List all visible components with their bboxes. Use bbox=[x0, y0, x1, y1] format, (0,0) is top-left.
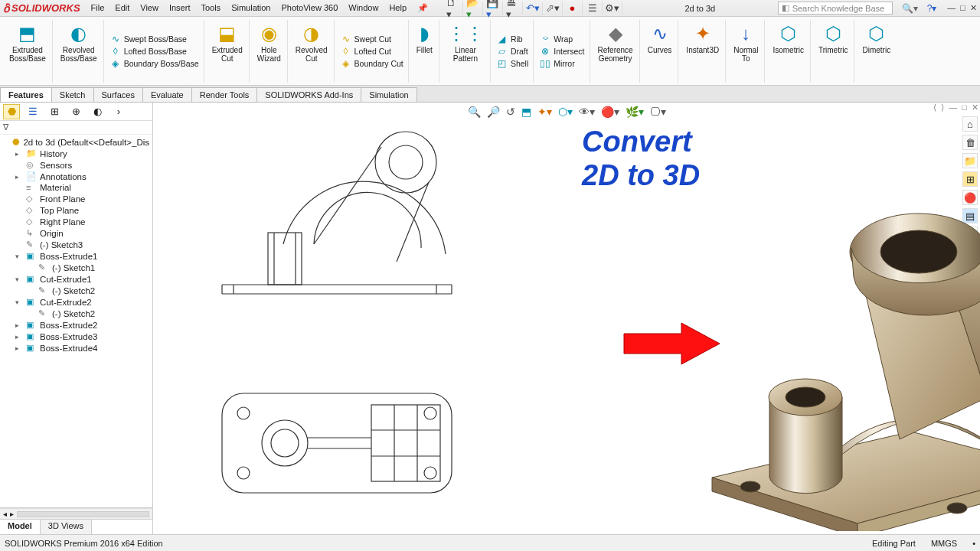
select-icon[interactable]: ⬀▾ bbox=[546, 2, 563, 15]
viewport-icon[interactable]: 🖵▾ bbox=[648, 104, 668, 119]
menu-edit[interactable]: Edit bbox=[110, 2, 134, 15]
display-manager-icon[interactable]: ◐ bbox=[89, 104, 106, 119]
status-more-icon[interactable]: • bbox=[972, 539, 975, 548]
dimxpert-icon[interactable]: ⊕ bbox=[67, 104, 84, 119]
tree-filter[interactable]: ∇ bbox=[0, 121, 152, 135]
scene-icon[interactable]: 🌿▾ bbox=[624, 104, 645, 119]
vp-close-icon[interactable]: ✕ bbox=[972, 103, 978, 112]
tree-node[interactable]: ▸📁History bbox=[0, 148, 152, 159]
zoom-fit-icon[interactable]: 🔍 bbox=[466, 104, 482, 119]
new-doc-icon[interactable]: 🗋▾ bbox=[446, 2, 463, 15]
menu-pin-icon[interactable]: 📌 bbox=[413, 2, 433, 15]
open-icon[interactable]: 📂▾ bbox=[466, 2, 483, 15]
section-view-icon[interactable]: ⬒ bbox=[520, 104, 533, 119]
rib-button[interactable]: ◢Rib bbox=[497, 34, 528, 44]
search-box[interactable]: ◧ Search Knowledge Base bbox=[778, 2, 893, 15]
vp-maximize-icon[interactable]: □ bbox=[962, 103, 967, 112]
tree-hscroll[interactable]: ◂▸ bbox=[0, 508, 152, 519]
minimize-icon[interactable]: — bbox=[947, 3, 956, 13]
prev-view-icon[interactable]: ↺ bbox=[505, 104, 517, 119]
tree-node[interactable]: ✎(-) Sketch3 bbox=[0, 239, 152, 250]
maximize-icon[interactable]: □ bbox=[960, 3, 965, 13]
tree-node[interactable]: ✎(-) Sketch2 bbox=[0, 308, 152, 319]
draft-button[interactable]: ▱Draft bbox=[497, 46, 528, 57]
tree-node[interactable]: ▾▣Boss-Extrude1 bbox=[0, 250, 152, 262]
display-style-icon[interactable]: ⬡▾ bbox=[557, 104, 574, 119]
settings-icon[interactable]: ⚙▾ bbox=[606, 2, 622, 15]
revolved-cut-button[interactable]: ◑Revolved Cut bbox=[294, 21, 329, 64]
swept-cut-button[interactable]: ∿Swept Cut bbox=[341, 34, 403, 44]
tree-node[interactable]: ◇Top Plane bbox=[0, 204, 152, 216]
options-icon[interactable]: ☰ bbox=[586, 2, 603, 15]
rebuild-icon[interactable]: ● bbox=[566, 2, 583, 15]
tree-node[interactable]: ▾▣Cut-Extrude1 bbox=[0, 273, 152, 285]
boundary-boss-button[interactable]: ◈Boundary Boss/Base bbox=[110, 58, 199, 69]
revolved-boss-button[interactable]: ◐Revolved Boss/Base bbox=[59, 21, 99, 64]
extruded-boss-button[interactable]: ⬒Extruded Boss/Base bbox=[8, 21, 47, 64]
tab-addins[interactable]: SOLIDWORKS Add-Ins bbox=[256, 87, 361, 102]
print-icon[interactable]: 🖶▾ bbox=[506, 2, 523, 15]
fillet-button[interactable]: ◗Fillet bbox=[415, 21, 434, 56]
tree-root[interactable]: ⬣2d to 3d (Default<<Default>_Dis bbox=[0, 136, 152, 148]
design-lib-icon[interactable]: 📁 bbox=[962, 153, 978, 168]
undo-icon[interactable]: ↶▾ bbox=[526, 2, 543, 15]
config-manager-icon[interactable]: ⊞ bbox=[46, 104, 63, 119]
normal-to-button[interactable]: ↓Normal To bbox=[732, 21, 760, 64]
file-explorer-icon[interactable]: ⊞ bbox=[962, 171, 978, 187]
tab-render-tools[interactable]: Render Tools bbox=[191, 87, 258, 102]
wrap-button[interactable]: ⌔Wrap bbox=[540, 34, 584, 44]
swept-boss-button[interactable]: ∿Swept Boss/Base bbox=[110, 34, 199, 44]
menu-file[interactable]: File bbox=[87, 2, 109, 15]
dimetric-button[interactable]: ⬡Dimetric bbox=[861, 21, 892, 56]
ref-geometry-button[interactable]: ◆Reference Geometry bbox=[596, 21, 635, 64]
view-orient-icon[interactable]: ✦▾ bbox=[536, 104, 554, 119]
vp-next-icon[interactable]: ⟩ bbox=[941, 103, 944, 112]
tree-node[interactable]: ▾▣Cut-Extrude2 bbox=[0, 296, 152, 308]
curves-button[interactable]: ∿Curves bbox=[646, 21, 674, 56]
tree-node[interactable]: ≡Material bbox=[0, 182, 152, 193]
feature-manager-icon[interactable]: ⬣ bbox=[3, 104, 20, 119]
tab-3dviews[interactable]: 3D Views bbox=[41, 520, 92, 534]
tree-node[interactable]: ▸📄Annotations bbox=[0, 171, 152, 182]
tab-evaluate[interactable]: Evaluate bbox=[142, 87, 192, 102]
intersect-button[interactable]: ⊗Intersect bbox=[540, 46, 584, 57]
extruded-cut-button[interactable]: ⬓Extruded Cut bbox=[211, 21, 244, 64]
status-units[interactable]: MMGS bbox=[931, 539, 957, 548]
boundary-cut-button[interactable]: ◈Boundary Cut bbox=[341, 58, 403, 69]
tree-more-icon[interactable]: › bbox=[110, 104, 127, 119]
tree-node[interactable]: ✎(-) Sketch1 bbox=[0, 262, 152, 273]
tab-surfaces[interactable]: Surfaces bbox=[93, 87, 143, 102]
save-icon[interactable]: 💾▾ bbox=[486, 2, 503, 15]
menu-view[interactable]: View bbox=[136, 2, 163, 15]
search-icon[interactable]: 🔍▾ bbox=[902, 3, 918, 14]
trimetric-button[interactable]: ⬡Trimetric bbox=[817, 21, 850, 56]
tab-features[interactable]: Features bbox=[0, 87, 52, 102]
tab-simulation[interactable]: Simulation bbox=[361, 87, 416, 102]
tree-node[interactable]: ✎(-) Sketch2 bbox=[0, 285, 152, 296]
lofted-cut-button[interactable]: ◊Lofted Cut bbox=[341, 46, 403, 57]
lofted-boss-button[interactable]: ◊Lofted Boss/Base bbox=[110, 46, 199, 57]
mirror-button[interactable]: ▯▯Mirror bbox=[540, 58, 584, 69]
linear-pattern-button[interactable]: ⋮⋮Linear Pattern bbox=[446, 21, 485, 64]
tree-node[interactable]: ↳Origin bbox=[0, 227, 152, 239]
vp-minimize-icon[interactable]: — bbox=[949, 103, 957, 112]
close-icon[interactable]: ✕ bbox=[970, 3, 977, 13]
isometric-button[interactable]: ⬡Isometric bbox=[771, 21, 805, 56]
graphics-canvas[interactable]: ⟨ ⟩ — □ ✕ 🔍 🔎 ↺ ⬒ ✦▾ ⬡▾ 👁▾ 🔴▾ 🌿▾ 🖵▾ ⌂ 🗑 … bbox=[153, 103, 980, 534]
tree-node[interactable]: ◇Front Plane bbox=[0, 193, 152, 204]
shell-button[interactable]: ◰Shell bbox=[497, 58, 528, 69]
home-icon[interactable]: ⌂ bbox=[962, 116, 978, 132]
instant3d-button[interactable]: ✦Instant3D bbox=[684, 21, 720, 56]
tab-model[interactable]: Model bbox=[0, 520, 41, 534]
tab-sketch[interactable]: Sketch bbox=[51, 87, 94, 102]
menu-simulation[interactable]: Simulation bbox=[227, 2, 275, 15]
menu-window[interactable]: Window bbox=[344, 2, 383, 15]
menu-tools[interactable]: Tools bbox=[196, 2, 225, 15]
tree-node[interactable]: ◎Sensors bbox=[0, 159, 152, 171]
vp-prev-icon[interactable]: ⟨ bbox=[933, 103, 936, 112]
tree-node[interactable]: ▸▣Boss-Extrude2 bbox=[0, 319, 152, 331]
property-manager-icon[interactable]: ☰ bbox=[24, 104, 41, 119]
hide-show-icon[interactable]: 👁▾ bbox=[577, 104, 596, 119]
help-icon[interactable]: ?▾ bbox=[927, 3, 937, 14]
menu-photoview[interactable]: PhotoView 360 bbox=[276, 2, 342, 15]
